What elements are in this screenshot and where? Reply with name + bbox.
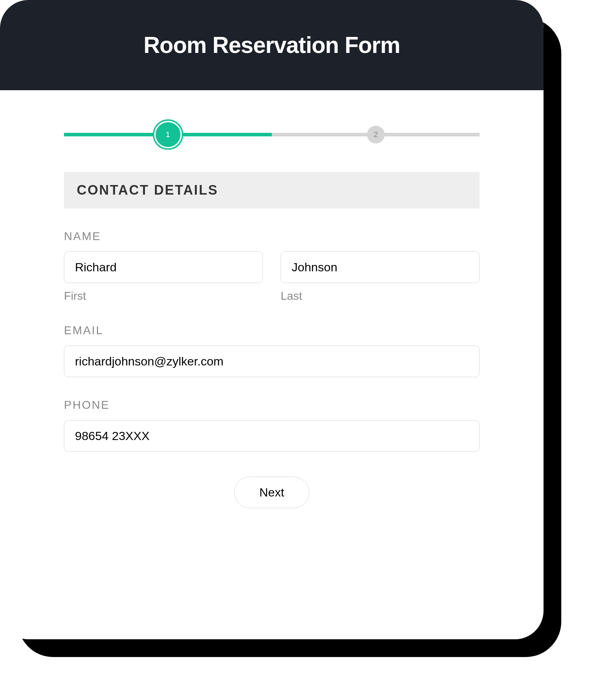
name-label: NAME xyxy=(64,230,480,243)
name-field-group: NAME First Last xyxy=(64,230,480,303)
first-name-input[interactable] xyxy=(64,251,263,283)
form-card: Room Reservation Form 1 2 CONTACT DETAIL… xyxy=(0,0,544,639)
step-2-indicator[interactable]: 2 xyxy=(367,126,385,143)
last-name-input[interactable] xyxy=(281,251,480,283)
last-name-sublabel: Last xyxy=(281,289,480,303)
section-header: CONTACT DETAILS xyxy=(64,172,480,208)
section-title: CONTACT DETAILS xyxy=(77,183,467,198)
button-row: Next xyxy=(64,477,480,508)
step-1-number: 1 xyxy=(166,130,170,139)
progress-line xyxy=(64,133,480,136)
progress-stepper: 1 2 xyxy=(0,90,544,168)
email-field-group: EMAIL xyxy=(64,324,480,377)
form-header: Room Reservation Form xyxy=(0,0,544,90)
next-button[interactable]: Next xyxy=(234,477,309,508)
email-input[interactable] xyxy=(64,346,480,377)
phone-input[interactable] xyxy=(64,420,480,452)
phone-label: PHONE xyxy=(64,398,480,412)
progress-track: 1 2 xyxy=(64,122,480,147)
first-name-sublabel: First xyxy=(64,289,263,303)
step-2-number: 2 xyxy=(373,130,378,139)
form-body: CONTACT DETAILS NAME First Last EMAIL PH… xyxy=(0,168,544,512)
last-name-col: Last xyxy=(281,251,480,303)
name-row: First Last xyxy=(64,251,480,303)
form-title: Room Reservation Form xyxy=(14,32,529,58)
phone-field-group: PHONE xyxy=(64,398,480,452)
step-1-indicator[interactable]: 1 xyxy=(156,122,180,147)
email-label: EMAIL xyxy=(64,324,480,337)
first-name-col: First xyxy=(64,251,263,303)
